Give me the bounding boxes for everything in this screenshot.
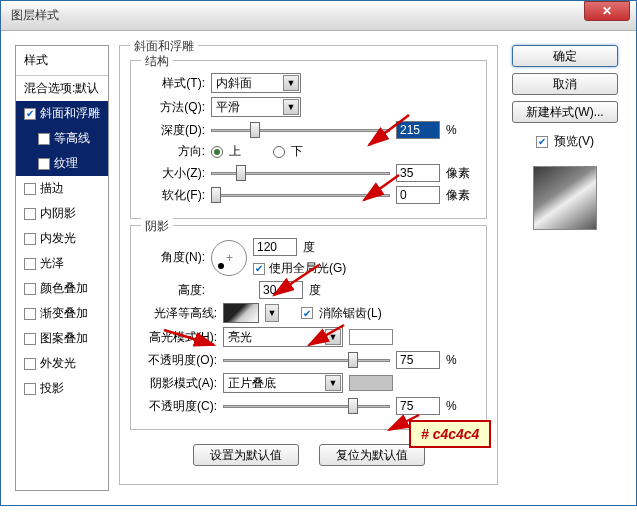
depth-input[interactable] <box>396 121 440 139</box>
cancel-button[interactable]: 取消 <box>512 73 618 95</box>
chevron-down-icon[interactable]: ▼ <box>265 304 279 322</box>
structure-legend: 结构 <box>141 53 173 70</box>
sidebar-item-drop-shadow[interactable]: 投影 <box>16 376 108 401</box>
shadow-opacity-unit: % <box>446 399 476 413</box>
altitude-input[interactable] <box>259 281 303 299</box>
highlight-mode-select[interactable]: 亮光▼ <box>223 327 343 347</box>
preview-label: 预览(V) <box>554 133 594 150</box>
shadow-opacity-slider[interactable] <box>223 397 390 415</box>
size-label: 大小(Z): <box>141 165 205 182</box>
highlight-opacity-unit: % <box>446 353 476 367</box>
size-unit: 像素 <box>446 165 476 182</box>
set-default-button[interactable]: 设置为默认值 <box>193 444 299 466</box>
sidebar-item-color-overlay[interactable]: 颜色叠加 <box>16 276 108 301</box>
window-title: 图层样式 <box>11 7 584 24</box>
method-select[interactable]: 平滑▼ <box>211 97 301 117</box>
preview-thumbnail <box>533 166 597 230</box>
main-panel: 斜面和浮雕 结构 样式(T): 内斜面▼ 方法(Q): 平滑▼ 深度(D): <box>119 45 498 491</box>
ok-button[interactable]: 确定 <box>512 45 618 67</box>
angle-unit: 度 <box>303 239 315 256</box>
highlight-opacity-slider[interactable] <box>223 351 390 369</box>
direction-label: 方向: <box>141 143 205 160</box>
shadow-opacity-input[interactable] <box>396 397 440 415</box>
sidebar-item-inner-shadow[interactable]: 内阴影 <box>16 201 108 226</box>
global-light-checkbox[interactable]: ✔ <box>253 263 265 275</box>
checkbox-icon[interactable] <box>38 133 50 145</box>
right-column: 确定 取消 新建样式(W)... ✔预览(V) <box>508 45 622 491</box>
sidebar-item-gradient-overlay[interactable]: 渐变叠加 <box>16 301 108 326</box>
shadow-group: 阴影 角度(N): 度 ✔ 使用全局光(G) <box>130 225 487 430</box>
style-select[interactable]: 内斜面▼ <box>211 73 301 93</box>
sidebar-item-bevel[interactable]: ✔斜面和浮雕 <box>16 101 108 126</box>
altitude-unit: 度 <box>309 282 321 299</box>
checkbox-icon[interactable] <box>24 333 36 345</box>
close-button[interactable]: ✕ <box>584 1 630 21</box>
sidebar-item-inner-glow[interactable]: 内发光 <box>16 226 108 251</box>
soften-label: 软化(F): <box>141 187 205 204</box>
highlight-opacity-label: 不透明度(O): <box>141 352 217 369</box>
soften-unit: 像素 <box>446 187 476 204</box>
shadow-mode-label: 阴影模式(A): <box>141 375 217 392</box>
sidebar-item-texture[interactable]: 纹理 <box>16 151 108 176</box>
antialias-label: 消除锯齿(L) <box>319 305 382 322</box>
global-light-label: 使用全局光(G) <box>269 260 346 277</box>
depth-label: 深度(D): <box>141 122 205 139</box>
checkbox-icon[interactable] <box>24 383 36 395</box>
direction-down-radio[interactable] <box>273 146 285 158</box>
color-annotation: # c4c4c4 <box>409 420 491 448</box>
checkbox-icon[interactable]: ✔ <box>24 108 36 120</box>
shadow-mode-select[interactable]: 正片叠底▼ <box>223 373 343 393</box>
highlight-mode-label: 高光模式(H): <box>141 329 217 346</box>
checkbox-icon[interactable] <box>38 158 50 170</box>
titlebar: 图层样式 ✕ <box>1 1 636 31</box>
size-input[interactable] <box>396 164 440 182</box>
shadow-color-swatch[interactable] <box>349 375 393 391</box>
sidebar-item-pattern-overlay[interactable]: 图案叠加 <box>16 326 108 351</box>
soften-slider[interactable] <box>211 186 390 204</box>
highlight-color-swatch[interactable] <box>349 329 393 345</box>
checkbox-icon[interactable] <box>24 283 36 295</box>
style-label: 样式(T): <box>141 75 205 92</box>
shadow-opacity-label: 不透明度(C): <box>141 398 217 415</box>
soften-input[interactable] <box>396 186 440 204</box>
checkbox-icon[interactable] <box>24 358 36 370</box>
styles-sidebar: 样式 混合选项:默认 ✔斜面和浮雕 等高线 纹理 描边 内阴影 内发光 光泽 颜… <box>15 45 109 491</box>
highlight-opacity-input[interactable] <box>396 351 440 369</box>
sidebar-item-satin[interactable]: 光泽 <box>16 251 108 276</box>
checkbox-icon[interactable] <box>24 258 36 270</box>
gloss-contour-picker[interactable] <box>223 303 259 323</box>
chevron-down-icon: ▼ <box>325 329 341 345</box>
size-slider[interactable] <box>211 164 390 182</box>
checkbox-icon[interactable] <box>24 233 36 245</box>
depth-slider[interactable] <box>211 121 390 139</box>
bevel-fieldset: 斜面和浮雕 结构 样式(T): 内斜面▼ 方法(Q): 平滑▼ 深度(D): <box>119 45 498 485</box>
chevron-down-icon: ▼ <box>283 99 299 115</box>
gloss-contour-label: 光泽等高线: <box>141 305 217 322</box>
antialias-checkbox[interactable]: ✔ <box>301 307 313 319</box>
direction-up-radio[interactable] <box>211 146 223 158</box>
chevron-down-icon: ▼ <box>283 75 299 91</box>
checkbox-icon[interactable] <box>24 208 36 220</box>
sidebar-header: 样式 <box>16 46 108 76</box>
angle-input[interactable] <box>253 238 297 256</box>
shadow-legend: 阴影 <box>141 218 173 235</box>
preview-checkbox[interactable]: ✔ <box>536 136 548 148</box>
angle-dial[interactable] <box>211 240 247 276</box>
new-style-button[interactable]: 新建样式(W)... <box>512 101 618 123</box>
depth-unit: % <box>446 123 476 137</box>
chevron-down-icon: ▼ <box>325 375 341 391</box>
method-label: 方法(Q): <box>141 99 205 116</box>
checkbox-icon[interactable] <box>24 183 36 195</box>
angle-label: 角度(N): <box>141 249 205 266</box>
structure-group: 结构 样式(T): 内斜面▼ 方法(Q): 平滑▼ 深度(D): % <box>130 60 487 219</box>
sidebar-item-outer-glow[interactable]: 外发光 <box>16 351 108 376</box>
sidebar-blend-options[interactable]: 混合选项:默认 <box>16 76 108 101</box>
sidebar-item-contour[interactable]: 等高线 <box>16 126 108 151</box>
layer-style-dialog: 图层样式 ✕ 样式 混合选项:默认 ✔斜面和浮雕 等高线 纹理 描边 内阴影 内… <box>0 0 637 506</box>
checkbox-icon[interactable] <box>24 308 36 320</box>
altitude-label: 高度: <box>141 282 205 299</box>
sidebar-item-stroke[interactable]: 描边 <box>16 176 108 201</box>
